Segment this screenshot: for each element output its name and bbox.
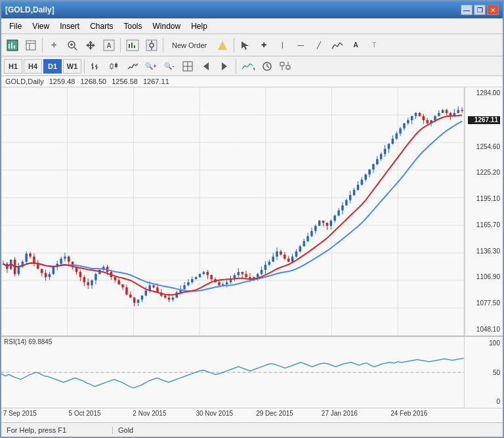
separator-5 xyxy=(84,59,85,74)
main-window: [GOLD,Daily] — ❐ ✕ File View Insert Char… xyxy=(0,0,504,438)
candle-chart-btn[interactable] xyxy=(106,58,123,75)
clock-btn[interactable] xyxy=(259,58,276,75)
status-help: For Help, press F1 xyxy=(1,426,113,434)
svg-line-8 xyxy=(74,47,77,50)
menu-charts[interactable]: Charts xyxy=(85,20,118,32)
chart-header: GOLD,Daily 1259.48 1268.50 1256.58 1267.… xyxy=(1,76,503,87)
chart-container: GOLD,Daily 1259.48 1268.50 1256.58 1267.… xyxy=(1,76,503,422)
price-1077: 1077.50 xyxy=(468,300,500,307)
chart-high: 1268.50 xyxy=(80,77,106,85)
properties-button[interactable] xyxy=(143,37,160,54)
separator-6 xyxy=(236,59,236,74)
zoom-out-chart-btn[interactable]: 🔍- xyxy=(161,58,178,75)
svg-rect-4 xyxy=(26,41,35,50)
rsi-panel: RSI(14) 69.8845 100 50 0 xyxy=(1,336,503,408)
time-jan: 27 Jan 2016 xyxy=(322,410,358,417)
cursor-button[interactable] xyxy=(237,37,254,54)
period-h1[interactable]: H1 xyxy=(4,59,22,74)
separator-4 xyxy=(234,38,234,53)
menu-insert[interactable]: Insert xyxy=(54,20,85,32)
menu-tools[interactable]: Tools xyxy=(119,20,148,32)
zoom-in-chart-btn[interactable]: 🔍+ xyxy=(142,58,159,75)
time-dec: 29 Dec 2015 xyxy=(256,410,293,417)
price-1254: 1254.60 xyxy=(468,144,500,150)
text-button[interactable]: A xyxy=(347,37,364,54)
price-1195: 1195.10 xyxy=(468,196,500,202)
menu-help[interactable]: Help xyxy=(186,20,213,32)
indicators-button[interactable] xyxy=(329,37,346,54)
menu-window[interactable]: Window xyxy=(148,20,186,32)
separator-3 xyxy=(163,38,163,53)
svg-text:▼: ▼ xyxy=(252,66,255,72)
svg-marker-11 xyxy=(86,41,95,50)
svg-line-26 xyxy=(337,43,340,47)
zoom-in-button[interactable] xyxy=(64,37,81,54)
svg-line-45 xyxy=(242,66,245,69)
period-w1[interactable]: W1 xyxy=(63,59,81,74)
restore-button[interactable]: ❐ xyxy=(474,5,486,15)
scroll-right-btn[interactable] xyxy=(216,58,233,75)
settings-btn[interactable] xyxy=(277,58,294,75)
scroll-left-btn[interactable] xyxy=(198,58,215,75)
window-title: [GOLD,Daily] xyxy=(5,5,54,14)
time-axis: 7 Sep 2015 5 Oct 2015 2 Nov 2015 30 Nov … xyxy=(1,408,503,422)
time-oct: 5 Oct 2015 xyxy=(69,410,101,417)
rsi-chart-area[interactable]: RSI(14) 69.8845 xyxy=(1,337,465,408)
menu-view[interactable]: View xyxy=(27,20,54,32)
status-instrument: Gold xyxy=(113,426,503,434)
menu-bar: File View Insert Charts Tools Window Hel… xyxy=(1,18,503,34)
indicator-btn2[interactable]: ▼ xyxy=(239,58,257,75)
price-1284: 1284.00 xyxy=(468,90,500,97)
label-button[interactable]: T xyxy=(366,37,383,54)
price-axis: 1284.00 1267.11 1254.60 1225.20 1195.10 … xyxy=(465,87,503,336)
chart-symbol: GOLD,Daily xyxy=(5,77,44,85)
current-price: 1267.11 xyxy=(468,116,500,124)
crosshair2-button[interactable]: ✚ xyxy=(255,37,272,54)
toolbar-1: ✛ A New Order ✚ | — ╱ xyxy=(1,34,503,56)
hline-button[interactable]: — xyxy=(292,37,309,54)
buy-button[interactable] xyxy=(214,37,231,54)
title-bar: [GOLD,Daily] — ❐ ✕ xyxy=(1,1,503,18)
svg-marker-23 xyxy=(242,41,249,50)
chart-low: 1256.58 xyxy=(112,77,138,85)
grid-btn[interactable] xyxy=(179,58,196,75)
svg-line-24 xyxy=(332,45,335,49)
price-1165: 1165.70 xyxy=(468,222,500,229)
bar-chart-btn[interactable] xyxy=(87,58,104,75)
line-studies-button[interactable]: A xyxy=(100,37,117,54)
minimize-button[interactable]: — xyxy=(461,5,472,15)
tline-button[interactable]: ╱ xyxy=(310,37,327,54)
crosshair-button[interactable]: ✛ xyxy=(45,37,62,54)
svg-marker-22 xyxy=(218,41,227,50)
price-1136: 1136.30 xyxy=(468,248,500,255)
status-bar: For Help, press F1 Gold xyxy=(1,422,503,437)
svg-line-52 xyxy=(267,66,269,68)
vline-button[interactable]: | xyxy=(274,37,291,54)
svg-marker-44 xyxy=(222,62,227,70)
chart-main: 1284.00 1267.11 1254.60 1225.20 1195.10 … xyxy=(1,87,503,336)
separator-1 xyxy=(42,38,43,53)
rsi-label: RSI(14) 69.8845 xyxy=(4,338,52,345)
menu-file[interactable]: File xyxy=(4,20,27,32)
rsi-50: 50 xyxy=(467,369,500,376)
time-axis-spacer xyxy=(465,410,503,421)
price-1225: 1225.20 xyxy=(468,169,500,176)
period-separator-btn[interactable] xyxy=(123,37,142,54)
svg-rect-56 xyxy=(286,66,290,69)
new-chart-button[interactable] xyxy=(4,37,21,54)
period-h4[interactable]: H4 xyxy=(24,59,42,74)
time-nov2: 2 Nov 2015 xyxy=(133,410,166,417)
chart-open: 1259.48 xyxy=(49,77,75,85)
move-button[interactable] xyxy=(82,37,99,54)
period-d1[interactable]: D1 xyxy=(43,59,62,74)
new-order-label: New Order xyxy=(172,41,207,49)
chart-close: 1267.11 xyxy=(143,77,169,85)
new-order-button[interactable]: New Order xyxy=(166,37,213,54)
close-button[interactable]: ✕ xyxy=(487,5,499,15)
svg-line-47 xyxy=(247,64,250,67)
svg-line-46 xyxy=(245,66,247,67)
templates-button[interactable] xyxy=(22,37,39,54)
line-chart-btn[interactable] xyxy=(124,58,141,75)
main-chart-area[interactable] xyxy=(1,87,465,336)
rsi-axis: 100 50 0 xyxy=(465,337,503,408)
